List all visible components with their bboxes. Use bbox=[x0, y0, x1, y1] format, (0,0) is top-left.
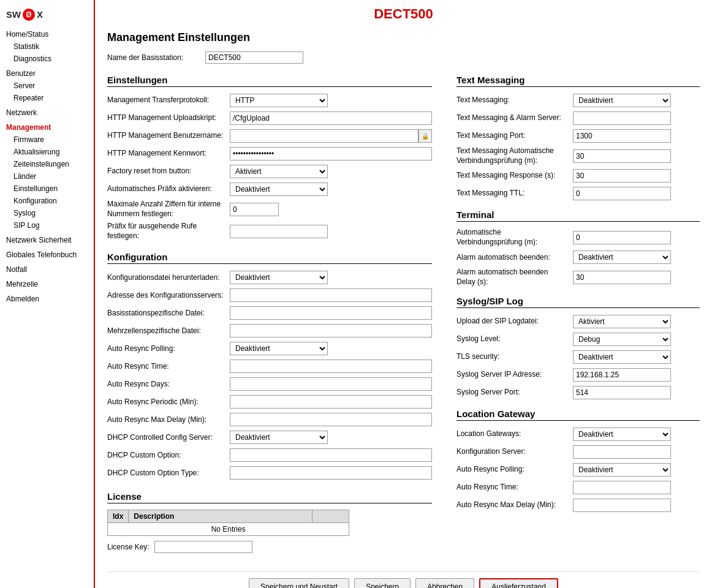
select-tls-security[interactable]: DeaktiviertAktiviert bbox=[573, 350, 671, 364]
control-auto-resync-periodic bbox=[230, 395, 432, 409]
control-syslog-port bbox=[573, 386, 700, 399]
sidebar-item-abmelden[interactable]: Abmelden bbox=[0, 293, 94, 305]
input-server-addr[interactable] bbox=[230, 288, 432, 302]
input-username[interactable] bbox=[230, 129, 418, 143]
sidebar-item-benutzer[interactable]: Benutzer bbox=[0, 67, 94, 80]
select-text-msg[interactable]: DeaktiviertAktiviert bbox=[573, 94, 671, 107]
input-upload-script[interactable] bbox=[230, 111, 432, 125]
control-text-msg-ttl bbox=[573, 187, 700, 200]
input-text-msg-alarm[interactable] bbox=[573, 111, 671, 125]
select-auto-prefix[interactable]: DeaktiviertAktiviert bbox=[230, 183, 328, 196]
form-row-auto-prefix: Automatisches Präfix aktivieren: Deaktiv… bbox=[107, 182, 432, 197]
sidebar-item-sip-log[interactable]: SIP Log bbox=[0, 219, 94, 232]
syslog-title: Syslog/SIP Log bbox=[456, 296, 700, 308]
input-auto-resync-periodic[interactable] bbox=[230, 395, 432, 409]
form-row-mehrzellen-datei: Mehrzellenspezifische Datei: bbox=[107, 323, 432, 338]
control-location-gateways: DeaktiviertAktiviert bbox=[573, 428, 700, 441]
sidebar-item-mehrzelle[interactable]: Mehrzelle bbox=[0, 278, 94, 290]
input-text-msg-ttl[interactable] bbox=[573, 187, 671, 200]
sidebar-item-home-status[interactable]: Home/Status bbox=[0, 28, 94, 40]
label-upload-script: HTTP Management Uploadskript: bbox=[107, 113, 230, 123]
select-konfig-download[interactable]: DeaktiviertAktiviert bbox=[230, 271, 328, 284]
license-no-entries-row: No Entries bbox=[108, 523, 349, 536]
label-text-msg-alarm: Text Messaging & Alarm Server: bbox=[456, 113, 573, 123]
license-col-description: Description bbox=[129, 510, 312, 523]
control-alarm-auto-beenden: DeaktiviertAktiviert bbox=[573, 251, 700, 264]
sidebar-item-netzwerk-sicherheit[interactable]: Netzwerk Sicherheit bbox=[0, 234, 94, 246]
control-dhcp-custom-type bbox=[230, 466, 432, 480]
input-syslog-port[interactable] bbox=[573, 386, 671, 399]
input-text-msg-auto-check[interactable] bbox=[573, 149, 671, 163]
sidebar-item-repeater[interactable]: Repeater bbox=[0, 92, 94, 104]
location-gw-title: Location Gateway bbox=[456, 409, 700, 421]
form-row-basis-datei: Basisstationspezifische Datei: bbox=[107, 306, 432, 320]
save-restart-button[interactable]: Speichern und Neustart bbox=[249, 578, 349, 588]
cancel-button[interactable]: Abbrechen bbox=[415, 578, 474, 588]
input-konfig-server-loc[interactable] bbox=[573, 445, 671, 459]
sidebar-item-server[interactable]: Server bbox=[0, 80, 94, 92]
input-alarm-auto-delay[interactable] bbox=[573, 271, 671, 284]
input-auto-resync-time-loc[interactable] bbox=[573, 481, 671, 494]
sidebar-item-netzwerk[interactable]: Netzwerk bbox=[0, 107, 94, 119]
sidebar-item-statistik[interactable]: Statistik bbox=[0, 40, 94, 53]
factory-reset-button[interactable]: Auslieferzustand bbox=[479, 578, 558, 588]
sidebar: sw Ø x Home/Status Statistik Diagnostics… bbox=[0, 0, 95, 588]
sidebar-item-globales-telefonbuch[interactable]: Globales Telefonbuch bbox=[0, 249, 94, 261]
input-text-msg-port[interactable] bbox=[573, 129, 671, 143]
base-name-row: Name der Basisstation: bbox=[107, 51, 700, 64]
label-text-msg: Text Messaging: bbox=[456, 96, 573, 105]
input-dhcp-custom-option[interactable] bbox=[230, 448, 432, 462]
select-syslog-level[interactable]: DebugInfoWarningError bbox=[573, 333, 671, 346]
sidebar-item-zeiteinstellungen[interactable]: Zeiteinstellungen bbox=[0, 158, 94, 170]
sidebar-item-syslog[interactable]: Syslog bbox=[0, 207, 94, 219]
sidebar-item-management[interactable]: Management bbox=[0, 121, 94, 134]
select-auto-resync-polling-loc[interactable]: DeaktiviertAktiviert bbox=[573, 463, 671, 477]
label-tls-security: TLS security: bbox=[456, 352, 573, 362]
input-auto-resync-days[interactable] bbox=[230, 377, 432, 391]
sidebar-item-diagnostics[interactable]: Diagnostics bbox=[0, 53, 94, 65]
select-upload-sip[interactable]: AktiviertDeaktiviert bbox=[573, 315, 671, 328]
control-auto-resync-days bbox=[230, 377, 432, 391]
input-text-msg-response[interactable] bbox=[573, 169, 671, 183]
sidebar-item-laender[interactable]: Länder bbox=[0, 170, 94, 183]
save-button[interactable]: Speichern bbox=[354, 578, 411, 588]
select-alarm-auto-beenden[interactable]: DeaktiviertAktiviert bbox=[573, 251, 671, 264]
select-dhcp-controlled[interactable]: DeaktiviertAktiviert bbox=[230, 431, 328, 444]
sidebar-item-einstellungen[interactable]: Einstellungen bbox=[0, 183, 94, 195]
input-max-ziffern[interactable] bbox=[230, 203, 279, 216]
form-row-upload-sip: Upload der SIP Logdatei: AktiviertDeakti… bbox=[456, 314, 700, 329]
lock-button[interactable]: 🔒 bbox=[418, 129, 432, 143]
input-auto-resync-time[interactable] bbox=[230, 360, 432, 373]
license-key-input[interactable] bbox=[154, 541, 252, 553]
sidebar-item-konfiguration[interactable]: Konfiguration bbox=[0, 195, 94, 207]
input-auto-verbindung[interactable] bbox=[573, 231, 671, 244]
control-auto-verbindung bbox=[573, 231, 700, 244]
form-row-dhcp-controlled: DHCP Controlled Config Server: Deaktivie… bbox=[107, 430, 432, 445]
sidebar-item-notfall[interactable]: Notfall bbox=[0, 263, 94, 276]
license-col-idx: Idx bbox=[108, 510, 129, 523]
select-auto-resync-polling[interactable]: DeaktiviertAktiviert bbox=[230, 342, 328, 355]
input-dhcp-custom-type[interactable] bbox=[230, 466, 432, 480]
input-basis-datei[interactable] bbox=[230, 306, 432, 320]
label-text-msg-port: Text Messaging Port: bbox=[456, 131, 573, 141]
sidebar-item-aktualisierung[interactable]: Aktualisierung bbox=[0, 146, 94, 158]
select-location-gateways[interactable]: DeaktiviertAktiviert bbox=[573, 428, 671, 441]
form-row-text-msg-response: Text Messaging Response (s): bbox=[456, 168, 700, 183]
label-location-gateways: Location Gateways: bbox=[456, 429, 573, 439]
select-mgmt-transfer[interactable]: HTTPHTTPS bbox=[230, 94, 328, 107]
input-syslog-ip[interactable] bbox=[573, 368, 671, 382]
input-auto-resync-max-delay-loc[interactable] bbox=[573, 499, 671, 512]
control-text-msg: DeaktiviertAktiviert bbox=[573, 94, 700, 107]
base-name-input[interactable] bbox=[205, 51, 303, 64]
sidebar-item-firmware[interactable]: Firmware bbox=[0, 134, 94, 146]
select-factory-reset[interactable]: AktiviertDeaktiviert bbox=[230, 165, 328, 178]
input-praefix[interactable] bbox=[230, 225, 328, 238]
label-syslog-port: Syslog Server Port: bbox=[456, 388, 573, 398]
input-auto-resync-max-delay[interactable] bbox=[230, 413, 432, 426]
logo: sw Ø x bbox=[0, 3, 94, 28]
form-row-auto-verbindung: Automatische Verbindungsprüfung (m): bbox=[456, 228, 700, 247]
control-syslog-level: DebugInfoWarningError bbox=[573, 333, 700, 346]
input-password[interactable] bbox=[230, 147, 432, 160]
form-row-auto-resync-polling-loc: Auto Resync Polling: DeaktiviertAktivier… bbox=[456, 462, 700, 477]
input-mehrzellen-datei[interactable] bbox=[230, 324, 432, 337]
